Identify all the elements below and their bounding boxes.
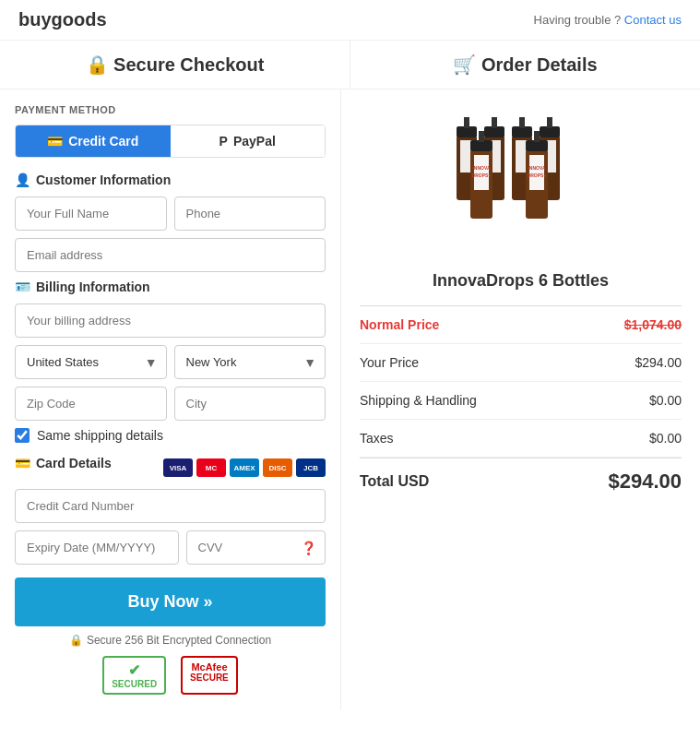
your-price-label: Your Price [360,355,419,370]
address-input[interactable] [15,304,326,338]
svg-text:INNOVA: INNOVA [528,165,545,171]
state-select[interactable]: New York California Texas [174,345,326,379]
zip-city-row [15,387,326,421]
card-number-row [15,489,326,523]
your-price-row: Your Price $294.00 [360,344,682,382]
svg-text:DROPS+: DROPS+ [527,173,546,178]
credit-card-tab[interactable]: 💳 Credit Card [16,125,171,157]
cvv-help-icon[interactable]: ❓ [301,541,316,555]
lock-icon: 🔒 [86,54,109,75]
svg-text:INNOVA: INNOVA [472,165,490,171]
same-shipping-label[interactable]: Same shipping details [37,428,163,443]
trust-badges: ✔ SECURED McAfee SECURE [15,656,326,695]
shipping-label: Shipping & Handling [360,393,477,408]
product-image: INNOVA DROPS+ INNOVA DROPS+ [429,108,613,256]
logo: buygoods [18,9,107,30]
payment-tabs: 💳 Credit Card P PayPal [15,125,326,158]
trouble-text: Having trouble ? Contact us [534,13,682,27]
same-shipping-checkbox[interactable] [15,428,30,443]
card-number-input[interactable] [15,489,326,523]
payment-section-title: PAYMENT METHOD [15,104,326,115]
order-header: 🛒 Order Details [350,41,700,89]
mastercard-icon: MC [196,458,226,477]
product-name: InnovaDrops 6 Bottles [360,271,682,291]
discover-icon: DISC [263,458,292,477]
card-details-title: 💳 Card Details [15,456,112,470]
card-icon: 💳 [15,456,30,470]
same-shipping-row: Same shipping details [15,428,326,443]
visa-icon: VISA [163,458,193,477]
address-row [15,304,326,338]
svg-rect-7 [492,117,497,128]
total-row: Total USD $294.00 [360,458,682,505]
right-panel: INNOVA DROPS+ INNOVA DROPS+ [341,89,700,709]
cvv-wrapper: ❓ [186,530,326,565]
main-content: PAYMENT METHOD 💳 Credit Card P PayPal 👤 … [0,89,700,709]
paypal-tab[interactable]: P PayPal [171,125,326,157]
shipping-row: Shipping & Handling $0.00 [360,382,682,420]
zip-input[interactable] [15,387,167,421]
customer-info-title: 👤 Customer Information [15,173,326,187]
left-panel: PAYMENT METHOD 💳 Credit Card P PayPal 👤 … [0,89,341,709]
city-input[interactable] [174,387,326,421]
phone-input[interactable] [174,196,326,231]
product-image-container: INNOVA DROPS+ INNOVA DROPS+ [360,108,682,258]
secured-badge: ✔ SECURED [102,656,166,695]
top-bar: buygoods Having trouble ? Contact us [0,0,700,41]
country-wrapper: United States Canada United Kingdom ▼ [15,345,167,379]
svg-rect-27 [534,131,540,142]
contact-us-link[interactable]: Contact us [624,13,682,27]
main-headers: 🔒 Secure Checkout 🛒 Order Details [0,41,700,89]
email-input[interactable] [15,238,326,272]
taxes-value: $0.00 [649,431,682,446]
jcb-icon: JCB [296,458,326,477]
svg-rect-11 [519,117,525,128]
country-state-row: United States Canada United Kingdom ▼ Ne… [15,345,326,379]
email-row [15,238,326,272]
shield-icon: 🔒 [69,634,83,647]
normal-price-value: $1,074.00 [624,317,682,332]
taxes-label: Taxes [360,431,394,446]
user-icon: 👤 [15,173,30,187]
shipping-value: $0.00 [649,393,682,408]
amex-icon: AMEX [230,458,259,477]
normal-price-row: Normal Price $1,074.00 [360,306,682,344]
cart-icon: 🛒 [453,54,476,75]
credit-card-icon: 💳 [47,134,63,149]
buy-now-button[interactable]: Buy Now » [15,577,326,626]
card-icons: VISA MC AMEX DISC JCB [163,458,326,477]
svg-rect-3 [464,117,469,128]
total-value: $294.00 [608,470,682,494]
expiry-input[interactable] [15,530,179,565]
checkout-header: 🔒 Secure Checkout [0,41,350,89]
total-label: Total USD [360,473,429,490]
card-details-header: 💳 Card Details VISA MC AMEX DISC JCB [15,456,326,480]
svg-rect-15 [547,117,552,128]
country-select[interactable]: United States Canada United Kingdom [15,345,167,379]
name-phone-row [15,196,326,231]
billing-info-title: 🪪 Billing Information [15,280,326,294]
svg-rect-21 [479,131,484,142]
taxes-row: Taxes $0.00 [360,420,682,458]
expiry-cvv-row: ❓ [15,530,326,565]
state-wrapper: New York California Texas ▼ [174,345,326,379]
svg-text:DROPS+: DROPS+ [471,173,491,178]
your-price-value: $294.00 [635,355,682,370]
full-name-input[interactable] [15,196,167,231]
mcafee-badge: McAfee SECURE [181,656,238,695]
secure-note: 🔒 Secure 256 Bit Encrypted Connection [15,634,326,647]
paypal-icon: P [219,134,228,149]
billing-icon: 🪪 [15,280,30,294]
normal-price-label: Normal Price [360,317,439,332]
